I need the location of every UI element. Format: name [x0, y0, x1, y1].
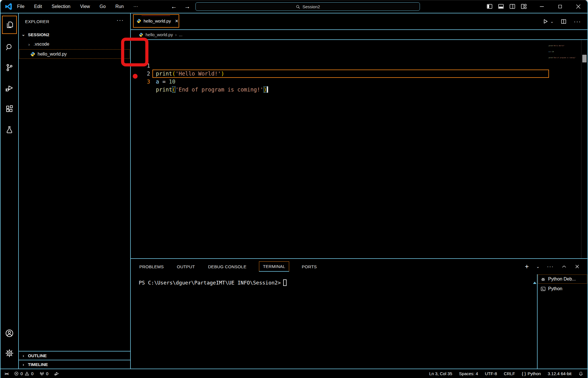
tree-item-label: hello_world.py: [38, 52, 67, 57]
menu-more[interactable]: ···: [133, 4, 138, 9]
settings-gear-icon[interactable]: [1, 344, 18, 362]
language-mode[interactable]: { } Python: [522, 371, 541, 376]
timeline-section[interactable]: › TIMELINE: [19, 360, 130, 369]
maximize-button[interactable]: [551, 0, 569, 13]
tab-terminal[interactable]: TERMINAL: [259, 261, 289, 272]
code-line-3: 3 print('End of program is coming!'): [131, 70, 587, 78]
tree-item-vscode[interactable]: › .vscode: [19, 40, 130, 49]
account-icon[interactable]: [1, 324, 18, 342]
scrollbar-thumb[interactable]: [582, 55, 587, 62]
run-button[interactable]: ⌄: [542, 18, 554, 25]
tree-item-label: .vscode: [34, 42, 49, 47]
breadcrumb-file[interactable]: hello_world.py: [146, 32, 173, 37]
python-interpreter[interactable]: 3.12.4 64-bit: [548, 371, 571, 376]
window-controls: [533, 0, 587, 13]
menu-file[interactable]: File: [17, 4, 24, 9]
vscode-logo-icon: [5, 3, 13, 11]
problems-status[interactable]: 0 0: [14, 371, 34, 376]
cursor-position[interactable]: Ln 3, Col 35: [429, 371, 452, 376]
editor-actions: ⌄ ···: [542, 13, 581, 29]
maximize-panel-icon[interactable]: [561, 264, 567, 269]
editor-more-actions-icon[interactable]: ···: [574, 18, 581, 25]
terminal-prompt: PS C:\Users\dguer\PartageIMT\UE INFO\Ses…: [139, 280, 281, 286]
chevron-right-icon: ›: [21, 353, 26, 358]
bottom-panel: PROBLEMS OUTPUT DEBUG CONSOLE TERMINAL P…: [131, 258, 587, 369]
editor-group: hello_world.py ✕ ⌄ ··· hello_world.py › …: [131, 13, 587, 258]
encoding[interactable]: UTF-8: [485, 371, 497, 376]
eol-sequence[interactable]: CRLF: [504, 371, 515, 376]
chevron-down-icon: ⌄: [21, 32, 26, 37]
minimize-button[interactable]: [533, 0, 551, 13]
menu-run[interactable]: Run: [115, 4, 124, 9]
menu-view[interactable]: View: [80, 4, 90, 9]
customize-layout-icon[interactable]: [520, 3, 527, 10]
tree-item-hello-world[interactable]: hello_world.py: [19, 49, 130, 59]
toggle-panel-icon[interactable]: [498, 3, 504, 10]
terminal-dropdown-icon[interactable]: ⌄: [536, 264, 540, 269]
remote-indicator-icon[interactable]: ><: [5, 371, 8, 376]
tab-output[interactable]: OUTPUT: [176, 262, 195, 271]
breadcrumb-symbol[interactable]: ...: [179, 32, 183, 37]
toggle-secondary-sidebar-icon[interactable]: [509, 3, 516, 10]
minimap[interactable]: print'Hello World!' a = 10 print'End of …: [549, 41, 581, 63]
forward-arrow-icon[interactable]: →: [184, 3, 190, 10]
editor-scrollbar[interactable]: [581, 40, 587, 258]
tab-hello-world[interactable]: hello_world.py ✕: [133, 14, 179, 28]
panel-more-actions-icon[interactable]: ···: [547, 264, 554, 270]
explorer-activity-icon[interactable]: [2, 16, 17, 34]
search-icon: [295, 4, 300, 9]
language-label: Python: [528, 371, 541, 376]
tab-ports[interactable]: PORTS: [301, 262, 317, 271]
code-editor[interactable]: 1 print('Hello World!') 2 a = 10 3 print…: [131, 40, 587, 258]
explorer-more-actions-icon[interactable]: ···: [117, 17, 124, 23]
root-folder-label: SESSION2: [28, 32, 49, 37]
terminal-item-python-debug[interactable]: Python Deb...: [538, 274, 587, 284]
back-arrow-icon[interactable]: ←: [171, 3, 177, 10]
debug-play-icon: [54, 371, 60, 376]
tab-close-icon[interactable]: ✕: [175, 19, 179, 24]
notifications-bell-icon[interactable]: [578, 371, 583, 376]
vscode-window: File Edit Selection View Go Run ··· ← → …: [0, 0, 588, 378]
explorer-title: EXPLORER: [25, 19, 49, 24]
outline-label: OUTLINE: [28, 353, 47, 358]
explorer-header: EXPLORER ···: [19, 13, 130, 29]
split-editor-icon[interactable]: [560, 18, 567, 25]
panel-tab-bar: PROBLEMS OUTPUT DEBUG CONSOLE TERMINAL P…: [139, 259, 317, 274]
source-control-icon[interactable]: [1, 58, 18, 77]
explorer-sidebar: EXPLORER ··· ⌄ SESSION2 › .vscode hello_…: [19, 13, 131, 369]
extensions-activity-icon[interactable]: [1, 100, 18, 118]
outline-section[interactable]: › OUTLINE: [19, 351, 130, 360]
resize-handle-icon[interactable]: [533, 282, 536, 284]
tab-problems[interactable]: PROBLEMS: [139, 262, 164, 271]
activity-bar: [1, 13, 19, 369]
editor-tab-bar: hello_world.py ✕ ⌄ ···: [131, 13, 587, 30]
layout-controls: [486, 3, 527, 10]
toggle-sidebar-icon[interactable]: [486, 3, 493, 10]
terminal-output[interactable]: PS C:\Users\dguer\PartageIMT\UE INFO\Ses…: [139, 279, 287, 286]
close-window-button[interactable]: [569, 0, 587, 13]
terminal-item-label: Python: [548, 286, 562, 291]
indentation[interactable]: Spaces: 4: [459, 371, 478, 376]
testing-activity-icon[interactable]: [1, 121, 18, 139]
command-center-search[interactable]: Session2: [195, 2, 420, 11]
debug-status[interactable]: [54, 371, 60, 376]
new-terminal-icon[interactable]: +: [525, 263, 529, 271]
search-activity-icon[interactable]: [1, 38, 18, 56]
terminal-list: Python Deb... Python: [537, 274, 587, 369]
tab-debug-console[interactable]: DEBUG CONSOLE: [207, 262, 247, 271]
ports-status[interactable]: 0: [39, 371, 48, 376]
breakpoint-dot[interactable]: [133, 74, 138, 79]
close-panel-icon[interactable]: [574, 264, 580, 269]
menu-go[interactable]: Go: [100, 4, 106, 9]
menu-bar: File Edit Selection View Go Run ···: [17, 0, 138, 13]
menu-selection[interactable]: Selection: [52, 4, 70, 9]
search-text: Session2: [303, 4, 320, 9]
run-debug-activity-icon[interactable]: [1, 79, 18, 97]
run-dropdown-icon[interactable]: ⌄: [550, 19, 554, 24]
menu-edit[interactable]: Edit: [34, 4, 42, 9]
breadcrumb[interactable]: hello_world.py › ...: [131, 30, 587, 40]
title-bar: File Edit Selection View Go Run ··· ← → …: [1, 0, 587, 13]
error-icon: [14, 371, 19, 376]
tree-root-session2[interactable]: ⌄ SESSION2: [19, 30, 130, 39]
terminal-item-python[interactable]: Python: [538, 284, 587, 294]
